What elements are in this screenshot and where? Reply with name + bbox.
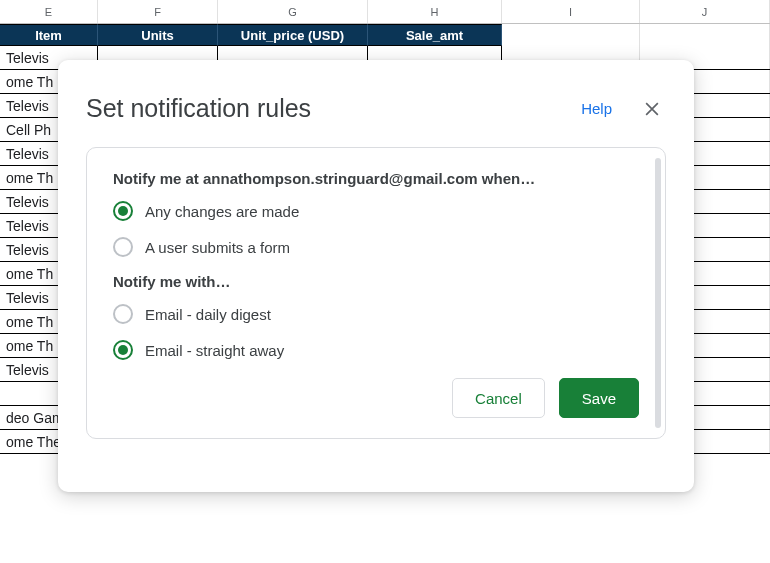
cancel-button[interactable]: Cancel <box>452 378 545 418</box>
radio-daily-digest[interactable]: Email - daily digest <box>113 304 639 324</box>
radio-any-changes[interactable]: Any changes are made <box>113 201 639 221</box>
header-units[interactable]: Units <box>98 24 218 46</box>
col-header-G[interactable]: G <box>218 0 368 23</box>
notify-at-label: Notify me at annathompson.stringuard@gma… <box>113 170 639 187</box>
header-sale-amt[interactable]: Sale_amt <box>368 24 502 46</box>
radio-icon <box>113 304 133 324</box>
save-button[interactable]: Save <box>559 378 639 418</box>
notify-with-label: Notify me with… <box>113 273 639 290</box>
header-unit-price[interactable]: Unit_price (USD) <box>218 24 368 46</box>
empty-cell[interactable] <box>502 24 640 46</box>
col-header-J[interactable]: J <box>640 0 770 23</box>
header-item[interactable]: Item <box>0 24 98 46</box>
panel-scrollbar[interactable] <box>655 158 661 428</box>
col-header-F[interactable]: F <box>98 0 218 23</box>
radio-form-submit[interactable]: A user submits a form <box>113 237 639 257</box>
col-header-H[interactable]: H <box>368 0 502 23</box>
radio-label: Email - daily digest <box>145 306 271 323</box>
dialog-panel: Notify me at annathompson.stringuard@gma… <box>86 147 666 439</box>
col-header-I[interactable]: I <box>502 0 640 23</box>
radio-label: A user submits a form <box>145 239 290 256</box>
help-link[interactable]: Help <box>581 100 612 117</box>
empty-cell[interactable] <box>640 24 770 46</box>
radio-label: Any changes are made <box>145 203 299 220</box>
radio-icon <box>113 237 133 257</box>
radio-icon <box>113 201 133 221</box>
close-button[interactable] <box>640 97 664 121</box>
table-header-row: Item Units Unit_price (USD) Sale_amt <box>0 24 770 46</box>
radio-icon <box>113 340 133 360</box>
notification-rules-dialog: Set notification rules Help Notify me at… <box>58 60 694 492</box>
close-icon <box>642 99 662 119</box>
radio-straight-away[interactable]: Email - straight away <box>113 340 639 360</box>
col-header-E[interactable]: E <box>0 0 98 23</box>
radio-label: Email - straight away <box>145 342 284 359</box>
dialog-title: Set notification rules <box>86 94 581 123</box>
column-header-row: E F G H I J <box>0 0 770 24</box>
